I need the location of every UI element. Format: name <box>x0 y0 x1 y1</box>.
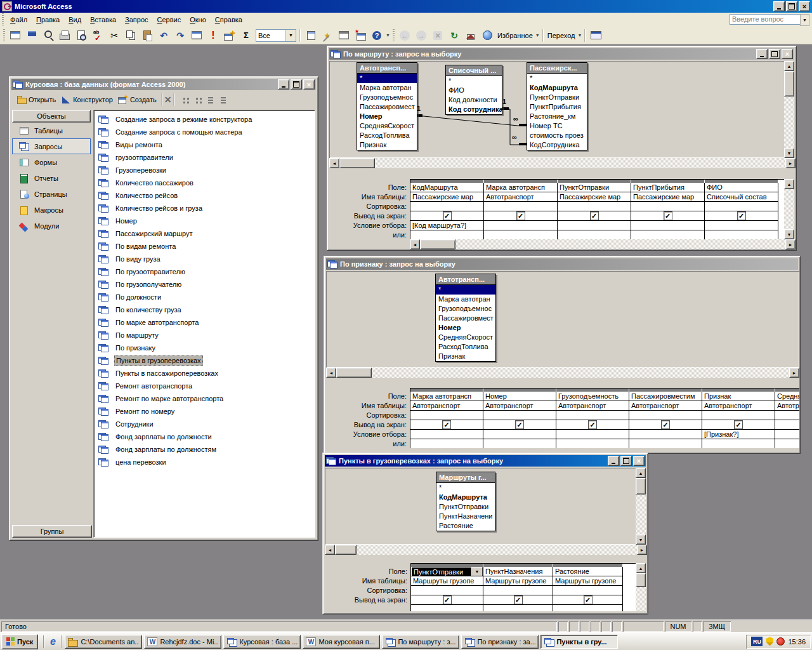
or-cell[interactable] <box>631 230 705 239</box>
internet-explorer-icon[interactable]: e <box>47 636 58 647</box>
menu-item[interactable]: Сервис <box>153 14 186 25</box>
query-list-item[interactable]: По виду груза <box>94 253 315 265</box>
table-cell[interactable]: Автотранспорт <box>556 401 629 411</box>
field[interactable]: * <box>446 76 502 86</box>
field-list-title[interactable]: Автотрансп... <box>436 274 495 285</box>
show-checkbox[interactable] <box>584 595 593 604</box>
undo[interactable] <box>156 28 171 43</box>
query-list-item[interactable]: Пункты в грузоперевозках <box>94 354 315 367</box>
paste[interactable] <box>140 28 155 43</box>
sort-cell[interactable] <box>483 411 556 420</box>
query-list-item[interactable]: Виды ремонта <box>94 138 315 151</box>
show-cell[interactable] <box>556 420 629 430</box>
language-indicator[interactable]: RU <box>751 637 763 646</box>
scroll-right-icon[interactable]: ► <box>785 239 796 249</box>
qg-diagram-hscrollbar[interactable]: ◄► <box>325 545 647 555</box>
field[interactable]: ПунктНазначени <box>436 512 495 521</box>
show-cell[interactable] <box>705 211 778 221</box>
db-minimize-button[interactable] <box>278 79 289 90</box>
show-checkbox[interactable] <box>515 420 524 429</box>
scroll-right-icon[interactable]: ► <box>789 368 799 378</box>
scroll-down-icon[interactable]: ▼ <box>784 148 794 158</box>
query-window-punkty-gruzoperevozki[interactable]: Пункты в грузоперевозках : запрос на выб… <box>322 453 648 614</box>
field[interactable]: Пассажировмест <box>436 314 495 323</box>
field[interactable]: Номер <box>357 112 417 121</box>
query-list-item[interactable]: Фонд зарплаты по должностям <box>94 443 315 456</box>
sidebar-item[interactable]: Формы <box>12 154 91 170</box>
redo[interactable] <box>173 28 188 43</box>
field[interactable]: СредняяСкорост <box>357 121 417 131</box>
toolbar-grip[interactable] <box>3 29 5 42</box>
show-checkbox[interactable] <box>516 211 525 220</box>
table-cell[interactable]: Автотранспорт <box>410 401 483 411</box>
query-window-po-priznaku[interactable]: По признаку : запрос на выборку Автотран… <box>324 256 801 454</box>
field-cell[interactable]: Средня <box>775 392 799 401</box>
sidebar-item[interactable]: Запросы <box>12 138 91 154</box>
field[interactable]: Код сотрудника <box>446 105 502 114</box>
sidebar-item[interactable]: Таблицы <box>12 123 91 138</box>
query-list-item[interactable]: Ремонт по номеру <box>94 405 315 418</box>
properties[interactable] <box>303 28 318 43</box>
show-cell[interactable] <box>483 420 556 430</box>
or-cell[interactable] <box>775 439 799 448</box>
or-cell[interactable] <box>629 439 702 448</box>
taskbar-button[interactable]: По признаку : за... <box>461 635 539 649</box>
criteria-cell[interactable] <box>483 605 553 611</box>
show-checkbox[interactable] <box>661 420 670 429</box>
scroll-up-icon[interactable]: ▲ <box>636 563 646 573</box>
criteria-cell[interactable] <box>775 430 799 439</box>
query-list-item[interactable]: Номер <box>94 215 315 227</box>
query-list-item[interactable]: По должности <box>94 291 315 303</box>
criteria-cell[interactable] <box>631 221 705 230</box>
query-list-item[interactable]: По грузоотправителю <box>94 265 315 278</box>
cut[interactable] <box>107 28 122 43</box>
field-cell[interactable]: Признак <box>702 392 775 401</box>
qm-grid-hscrollbar[interactable]: ◄► <box>410 239 796 249</box>
query-list-item[interactable]: грузоотправители <box>94 151 315 164</box>
query-list-item[interactable]: Сотрудники <box>94 418 315 430</box>
field[interactable]: Растояние <box>436 521 495 531</box>
field[interactable]: Марка автотран <box>357 83 417 93</box>
new-button[interactable]: Создать <box>115 94 159 105</box>
or-cell[interactable] <box>484 230 558 239</box>
back[interactable] <box>397 28 412 43</box>
show-checkbox[interactable] <box>442 420 451 429</box>
start-button[interactable]: Пуск <box>1 634 38 649</box>
query-list-item[interactable]: Пункты в пассажироперевозках <box>94 367 315 380</box>
table-cell[interactable]: Автотранспорт <box>484 192 558 202</box>
fullscreen-icon[interactable] <box>588 28 603 43</box>
favorites-dropdown-icon[interactable]: ▼ <box>535 29 540 43</box>
query-list-item[interactable]: Фонд зарплаты по должности <box>94 430 315 443</box>
field-cell[interactable]: Номер <box>483 392 556 401</box>
field-list-marshruty[interactable]: Маршруты г... *КодМаршрутаПунктОтправкиП… <box>436 472 495 531</box>
qm-pane-splitter[interactable] <box>329 168 796 179</box>
field-list-avtotransport[interactable]: Автотрансп... *Марка автотранГрузоподъем… <box>435 274 496 362</box>
query-list-item[interactable]: Создание запроса в режиме конструктора <box>94 113 315 126</box>
open-button[interactable]: Открыть <box>14 94 58 105</box>
field[interactable]: Признак <box>357 140 417 150</box>
menu-item[interactable]: Вид <box>64 14 86 25</box>
field-list-title[interactable]: Пассажирск... <box>527 63 587 74</box>
show-cell[interactable] <box>410 420 483 430</box>
qp-titlebar[interactable]: По признаку : запрос на выборку <box>326 258 798 270</box>
go-menu[interactable]: Переход <box>546 32 577 39</box>
query-list-item[interactable]: Количество пассажиров <box>94 176 315 189</box>
show-checkbox[interactable] <box>443 595 452 604</box>
print[interactable] <box>57 28 72 43</box>
table-cell[interactable]: Маршруты грузопе <box>411 576 483 586</box>
field-cell[interactable]: ПунктПрибытия <box>631 183 705 192</box>
qm-close-button[interactable]: × <box>782 49 793 59</box>
delete-icon[interactable]: ✕ <box>164 95 172 104</box>
criteria-cell[interactable]: [Признак?] <box>702 430 775 439</box>
large-icons-view-icon[interactable] <box>180 95 190 105</box>
scroll-left-icon[interactable]: ◄ <box>329 158 339 168</box>
field-cell[interactable]: ПунктОтправки <box>558 183 631 192</box>
ask-question-dropdown-icon[interactable]: ▼ <box>800 14 809 26</box>
sidebar-item[interactable]: Макросы <box>12 202 91 218</box>
show-checkbox[interactable] <box>734 420 743 429</box>
criteria-cell[interactable] <box>629 430 702 439</box>
forward[interactable] <box>414 28 429 43</box>
show-table[interactable] <box>222 28 237 43</box>
field[interactable]: Номер <box>436 323 495 333</box>
stop[interactable] <box>430 28 445 43</box>
